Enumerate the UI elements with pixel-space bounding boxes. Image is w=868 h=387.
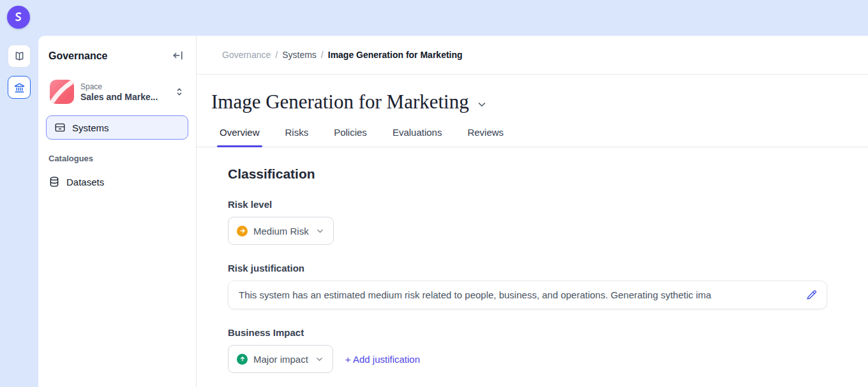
sidebar-item-label: Systems <box>72 122 109 133</box>
section-heading: Classification <box>228 166 827 182</box>
tab-evaluations[interactable]: Evaluations <box>393 127 442 147</box>
rail-item-library[interactable] <box>8 45 31 68</box>
risk-justification-box: This system has an estimated medium risk… <box>228 281 827 309</box>
sidebar-item-label: Datasets <box>66 177 104 187</box>
breadcrumb: Governance / Systems / Image Generation … <box>197 36 868 75</box>
chevron-down-icon <box>315 354 324 364</box>
breadcrumb-separator: / <box>275 50 278 60</box>
risk-level-select[interactable]: Medium Risk <box>228 217 334 245</box>
collapse-sidebar-icon[interactable] <box>172 49 186 63</box>
breadcrumb-current: Image Generation for Marketing <box>328 50 463 60</box>
unfold-icon <box>174 87 184 97</box>
app-logo[interactable] <box>7 6 30 29</box>
space-name: Sales and Marke... <box>80 92 168 102</box>
sidebar-item-systems[interactable]: Systems <box>46 115 188 140</box>
risk-justification-label: Risk justification <box>228 263 827 274</box>
edit-pencil-icon[interactable] <box>805 289 818 301</box>
sidebar: Governance Space Sales and Marke... <box>38 36 197 387</box>
business-impact-value: Major impact <box>253 354 308 365</box>
business-impact-select[interactable]: Major impact <box>228 345 333 373</box>
tab-bar: Overview Risks Policies Evaluations Revi… <box>197 113 868 147</box>
risk-level-value: Medium Risk <box>253 226 309 237</box>
page-title: Image Generation for Marketing <box>211 91 469 113</box>
space-eyebrow: Space <box>80 82 168 91</box>
systems-icon <box>54 122 66 133</box>
add-justification-link[interactable]: + Add justification <box>345 354 420 365</box>
rail-item-governance[interactable] <box>8 76 31 99</box>
book-icon <box>13 50 26 62</box>
breadcrumb-separator: / <box>321 50 324 60</box>
classification-section: Classification Risk level Medium Risk Ri… <box>197 147 868 373</box>
sidebar-section-catalogues: Catalogues <box>49 154 186 163</box>
tab-overview[interactable]: Overview <box>220 127 260 147</box>
brand-glyph-icon <box>11 10 26 24</box>
space-switcher[interactable]: Space Sales and Marke... <box>46 76 188 108</box>
title-chevron-down-icon[interactable] <box>476 99 488 110</box>
database-icon <box>49 176 60 187</box>
major-impact-badge-icon <box>237 354 248 365</box>
icon-rail <box>0 36 38 387</box>
sidebar-item-datasets[interactable]: Datasets <box>38 171 196 193</box>
breadcrumb-systems[interactable]: Systems <box>282 50 317 60</box>
sidebar-title: Governance <box>49 50 107 62</box>
tab-risks[interactable]: Risks <box>285 127 309 147</box>
business-impact-label: Business Impact <box>228 327 827 338</box>
medium-risk-badge-icon <box>237 226 248 237</box>
chevron-down-icon <box>315 226 325 236</box>
tab-policies[interactable]: Policies <box>334 127 367 147</box>
space-avatar <box>50 80 74 104</box>
breadcrumb-governance[interactable]: Governance <box>222 50 271 60</box>
tab-reviews[interactable]: Reviews <box>467 127 504 147</box>
risk-level-label: Risk level <box>228 199 827 210</box>
bank-icon <box>13 82 26 94</box>
risk-justification-text: This system has an estimated medium risk… <box>239 289 798 300</box>
main-panel: Governance / Systems / Image Generation … <box>197 36 868 387</box>
